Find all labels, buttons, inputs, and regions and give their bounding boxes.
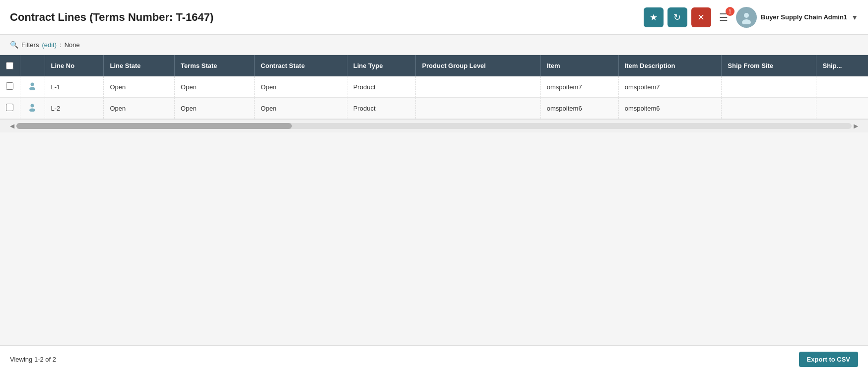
- contract-lines-table: Line No Line State Terms State Contract …: [0, 55, 868, 119]
- svg-point-4: [31, 104, 34, 108]
- row-1-line-no: L-2: [45, 98, 104, 119]
- th-ship-from-site: Ship From Site: [722, 55, 816, 76]
- svg-point-5: [29, 109, 35, 112]
- row-1-line-state: Open: [104, 98, 175, 119]
- table-container: Line No Line State Terms State Contract …: [0, 55, 868, 119]
- close-button[interactable]: ✕: [691, 7, 711, 27]
- scroll-left-arrow[interactable]: ◀: [10, 123, 14, 129]
- row-0-product-group-level: [416, 76, 540, 98]
- th-item: Item: [540, 55, 618, 76]
- refresh-icon: ↻: [673, 12, 681, 23]
- table-row: L-1OpenOpenOpenProductomspoitem7omspoite…: [0, 76, 868, 98]
- filter-bar: 🔍 Filters (edit) : None: [0, 35, 868, 55]
- row-1-ship-from-site: [722, 98, 816, 119]
- notification-badge: 1: [726, 7, 734, 16]
- row-0-item-description: omspoitem7: [618, 76, 722, 98]
- avatar: [736, 7, 757, 28]
- row-1-terms-state: Open: [175, 98, 255, 119]
- row-0-line-state: Open: [104, 76, 175, 98]
- row-0-ship-col2: [816, 76, 868, 98]
- page-title: Contract Lines (Terms Number: T-1647): [10, 11, 213, 24]
- th-line-state: Line State: [104, 55, 175, 76]
- row-0-action-icon-cell: [20, 76, 45, 98]
- star-icon: ★: [650, 12, 658, 23]
- row-0-checkbox[interactable]: [6, 82, 13, 90]
- user-info: Buyer Supply Chain Admin1: [761, 13, 847, 21]
- th-ship-col2: Ship...: [816, 55, 868, 76]
- person-icon: [28, 105, 37, 113]
- refresh-button[interactable]: ↻: [668, 7, 687, 27]
- scroll-thumb[interactable]: [16, 123, 292, 129]
- row-0-contract-state: Open: [255, 76, 347, 98]
- th-actions: [20, 55, 45, 76]
- row-1-contract-state: Open: [255, 98, 347, 119]
- row-0-checkbox-cell: [0, 76, 20, 98]
- row-1-checkbox[interactable]: [6, 104, 13, 111]
- row-1-checkbox-cell: [0, 98, 20, 119]
- row-0-terms-state: Open: [175, 76, 255, 98]
- svg-point-3: [29, 87, 35, 91]
- close-icon: ✕: [697, 12, 705, 23]
- search-icon: 🔍: [10, 41, 18, 49]
- user-dropdown-arrow[interactable]: ▼: [851, 13, 858, 21]
- row-1-ship-col2: [816, 98, 868, 119]
- th-item-description: Item Description: [618, 55, 722, 76]
- notification-wrapper: ☰ 1: [715, 9, 732, 25]
- svg-point-2: [31, 83, 34, 86]
- filter-edit-link[interactable]: (edit): [42, 41, 57, 49]
- scroll-right-arrow[interactable]: ▶: [854, 123, 858, 129]
- th-contract-state: Contract State: [255, 55, 347, 76]
- th-line-type: Line Type: [347, 55, 416, 76]
- horizontal-scrollbar[interactable]: ◀ ▶: [0, 119, 868, 132]
- svg-point-1: [742, 19, 751, 24]
- user-name: Buyer Supply Chain Admin1: [761, 13, 847, 21]
- main-content: Line No Line State Terms State Contract …: [0, 55, 868, 132]
- th-line-no: Line No: [45, 55, 104, 76]
- th-select-all[interactable]: [0, 55, 20, 76]
- person-icon: [28, 83, 37, 92]
- table-row: L-2OpenOpenOpenProductomspoitem6omspoite…: [0, 98, 868, 119]
- row-1-product-group-level: [416, 98, 540, 119]
- row-0-line-type: Product: [347, 76, 416, 98]
- row-0-item: omspoitem7: [540, 76, 618, 98]
- select-all-checkbox[interactable]: [6, 62, 13, 69]
- svg-point-0: [744, 13, 749, 18]
- table-header-row: Line No Line State Terms State Contract …: [0, 55, 868, 76]
- scroll-track[interactable]: [16, 123, 852, 129]
- star-button[interactable]: ★: [644, 7, 664, 27]
- th-product-group-level: Product Group Level: [416, 55, 540, 76]
- header-actions: ★ ↻ ✕ ☰ 1 Buyer Supply Chain Admin1 ▼: [644, 7, 858, 28]
- filter-value: None: [65, 41, 80, 49]
- row-1-item: omspoitem6: [540, 98, 618, 119]
- row-0-line-no: L-1: [45, 76, 104, 98]
- header: Contract Lines (Terms Number: T-1647) ★ …: [0, 0, 868, 35]
- th-terms-state: Terms State: [175, 55, 255, 76]
- filter-label: Filters: [21, 41, 39, 49]
- row-1-action-icon-cell: [20, 98, 45, 119]
- row-0-ship-from-site: [722, 76, 816, 98]
- row-1-item-description: omspoitem6: [618, 98, 722, 119]
- row-1-line-type: Product: [347, 98, 416, 119]
